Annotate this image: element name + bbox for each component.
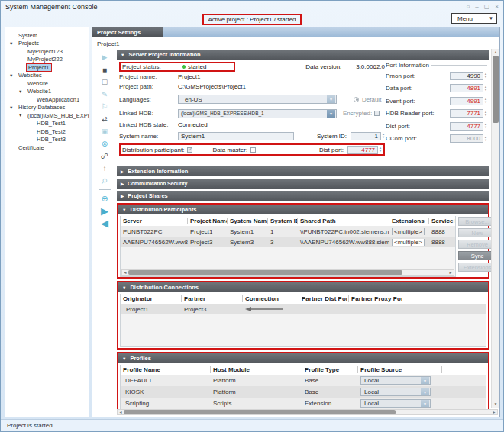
h-scroll-thumb[interactable] <box>124 410 396 414</box>
scroll-up-icon[interactable]: ▲ <box>492 49 499 56</box>
project-status-value: started <box>188 63 206 70</box>
dropdown-arrow-icon[interactable]: ▼ <box>327 95 335 103</box>
section-header-profiles[interactable]: ▼ Profiles <box>118 353 488 363</box>
section-header-communication-security[interactable]: ▶ Communication Security <box>117 179 489 189</box>
extensions-chip[interactable]: <multiple> <box>392 239 425 246</box>
languages-dropdown[interactable]: en-US ▼ <box>178 95 337 104</box>
start-project-icon[interactable]: ▶ <box>99 206 110 215</box>
dropdown-arrow-icon[interactable]: ▼ <box>421 400 429 407</box>
profile-source-dropdown[interactable]: Local ▼ <box>360 376 431 385</box>
project-status-annotation: Project status: started <box>119 62 235 72</box>
connections-row-1[interactable]: Project1 Project3 <box>121 304 486 314</box>
network-icon[interactable]: ☍ <box>99 152 110 161</box>
data-master-checkbox[interactable] <box>250 147 256 153</box>
linked-hdb-dropdown[interactable]: (local)\GMS_HDB_EXPRESS\HDB_1 ▼ <box>178 109 337 118</box>
close-icon[interactable]: × <box>495 3 499 10</box>
hdb-reader-port-input[interactable]: 7771 <box>450 109 483 118</box>
edit-pencil-icon[interactable]: ✎ <box>99 90 110 99</box>
section-header-project-shares[interactable]: ▶ Project Shares <box>117 191 489 201</box>
dropdown-arrow-icon[interactable]: ▼ <box>421 377 429 384</box>
tab-project-settings[interactable]: Project Settings <box>92 27 163 37</box>
participants-row-2[interactable]: AAENPU746562W.ww888 Project3 System3 3 \… <box>121 237 455 247</box>
menu-dropdown[interactable]: Menu ▼ <box>451 13 497 24</box>
scroll-right-icon[interactable]: ► <box>447 270 454 275</box>
dropdown-arrow-icon[interactable]: ▼ <box>421 388 429 395</box>
participants-h-scrollbar[interactable]: ◄ ► <box>121 269 454 276</box>
tree-item-website[interactable]: Website <box>5 79 89 88</box>
scroll-down-icon[interactable]: ▼ <box>492 401 499 408</box>
main-v-scrollbar[interactable]: ▲ ▼ <box>491 49 499 408</box>
scroll-left-icon[interactable]: ◄ <box>118 410 124 414</box>
scroll-left-icon[interactable]: ◄ <box>122 270 128 275</box>
tree-expand-icon[interactable]: ▼ <box>18 113 26 118</box>
tree-item-hdb-test1[interactable]: HDB_Test1 <box>5 120 89 128</box>
tree-item-myproject222[interactable]: MyProject222 <box>5 56 89 64</box>
dist-port-right-input[interactable]: 4777 <box>450 122 483 131</box>
tree-item-webapplication1[interactable]: WebApplication1 <box>5 95 89 104</box>
options-icon[interactable]: ○ <box>466 3 470 10</box>
data-master-label: Data master: <box>212 147 247 153</box>
spinner-icon[interactable]: ▲▼ <box>484 73 487 79</box>
profiles-row-1[interactable]: DEFAULT Platform Base Local ▼ <box>121 375 486 386</box>
section-header-extension-information[interactable]: ▶ Extension Information <box>117 166 489 176</box>
extensions-chip[interactable]: <multiple> <box>392 228 425 235</box>
tree-item-hdb-test2[interactable]: HDB_Test2 <box>5 127 89 136</box>
tree-item-myproject123[interactable]: MyProject123 <box>5 47 89 56</box>
tree-item-gms-hdb-express[interactable]: ▼(local)\GMS_HDB_EXPRESS <box>5 111 89 120</box>
ccom-port-input: 8000 <box>450 134 483 143</box>
spinner-icon[interactable]: ▲▼ <box>382 133 385 139</box>
profile-source-dropdown[interactable]: Local ▼ <box>360 388 431 396</box>
spinner-icon[interactable]: ▲▼ <box>484 85 487 92</box>
close-circle-icon[interactable]: ⊗ <box>99 139 110 148</box>
default-radio <box>354 97 359 102</box>
scroll-right-icon[interactable]: ► <box>491 410 497 414</box>
settings-sections: ▼ Server Project Information Project sta… <box>117 49 491 408</box>
tree-expand-icon[interactable]: ▼ <box>9 41 17 46</box>
profiles-row-2[interactable]: KIOSK Platform Base Local ▼ <box>121 386 486 398</box>
minimize-icon[interactable]: – <box>475 3 478 10</box>
tree-expand-icon[interactable]: ▼ <box>18 89 26 94</box>
side-toolbar: ▶ ■ ▢ ✎ ⚐ ⇄ ▣ ⊗ ☍ ↑ ⚲ ⊕ ▶ ◀ <box>92 49 117 408</box>
v-scroll-thumb[interactable] <box>493 56 499 123</box>
tree-item-system[interactable]: System <box>5 31 89 40</box>
stop-icon[interactable]: ■ <box>99 65 110 74</box>
participants-row-1[interactable]: PUNBT022PC Project1 System1 1 \\PUNBT022… <box>121 226 455 237</box>
tree-item-project1[interactable]: Project1 <box>5 63 89 72</box>
link-nodes-icon[interactable]: ⇄ <box>99 114 110 124</box>
tree-item-websites[interactable]: ▼Websites <box>5 72 89 80</box>
tree-item-projects[interactable]: ▼Projects <box>5 40 89 48</box>
save-icon[interactable]: ▣ <box>99 127 110 136</box>
back-icon[interactable]: ◀ <box>99 219 110 228</box>
profiles-row-3[interactable]: Scripting Scripts Extension Local ▼ <box>121 398 486 409</box>
menu-label: Menu <box>457 15 473 22</box>
main-h-scrollbar[interactable]: ◄ ► <box>117 409 498 415</box>
section-header-distribution-participants[interactable]: ▼ Distribution Participants <box>118 205 488 214</box>
spinner-icon[interactable]: ▲▼ <box>379 147 382 153</box>
data-port-input[interactable]: 4891 <box>450 84 483 92</box>
document-icon[interactable]: ▢ <box>99 77 110 86</box>
tree-expand-icon[interactable]: ▼ <box>9 105 17 110</box>
maximize-icon[interactable]: ▢ <box>484 3 490 10</box>
tree-item-hdb-test3[interactable]: HDB_Test3 <box>5 136 89 144</box>
dist-port-input[interactable]: 4777 <box>347 146 378 154</box>
callout-flag-icon[interactable]: ⚐ <box>99 102 110 111</box>
section-header-distribution-connections[interactable]: ▼ Distribution Connections <box>118 282 488 292</box>
tree-item-certificate[interactable]: Certificate <box>5 143 89 152</box>
tree-item-history-databases[interactable]: ▼History Databases <box>5 104 89 112</box>
spinner-icon[interactable]: ▲▼ <box>484 123 487 129</box>
spinner-icon[interactable]: ▲▼ <box>484 98 487 104</box>
event-port-input[interactable]: 4991 <box>450 97 483 105</box>
add-circle-icon[interactable]: ⊕ <box>99 194 110 203</box>
play-icon[interactable]: ▶ <box>99 53 110 62</box>
tree-expand-icon[interactable]: ▼ <box>9 73 17 78</box>
system-id-input[interactable]: 1 <box>351 132 381 140</box>
pmon-port-input[interactable]: 4990 <box>450 72 483 80</box>
section-header-server-project-information[interactable]: ▼ Server Project Information <box>117 50 489 60</box>
upload-arrow-icon[interactable]: ↑ <box>99 164 110 173</box>
profile-source-dropdown[interactable]: Local ▼ <box>360 399 431 408</box>
pin-icon[interactable]: ⚲ <box>98 174 111 188</box>
dropdown-arrow-icon[interactable]: ▼ <box>327 110 335 118</box>
spinner-icon[interactable]: ▲▼ <box>484 111 487 117</box>
system-name-input[interactable]: System1 <box>178 132 294 140</box>
tree-item-website1[interactable]: ▼Website1 <box>5 88 89 96</box>
